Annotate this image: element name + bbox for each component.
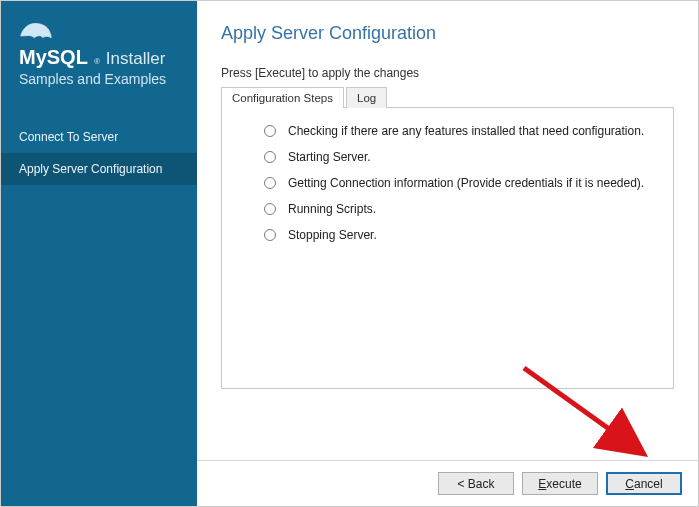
back-button[interactable]: < Back [438, 472, 514, 495]
footer-bar: < Back Execute Cancel [197, 460, 698, 506]
cancel-label-rest: ancel [634, 477, 663, 491]
step-text: Checking if there are any features insta… [288, 124, 644, 138]
step-text: Running Scripts. [288, 202, 376, 216]
step-row: Starting Server. [240, 150, 655, 164]
step-status-icon [264, 151, 276, 163]
step-row: Running Scripts. [240, 202, 655, 216]
step-status-icon [264, 125, 276, 137]
step-row: Stopping Server. [240, 228, 655, 242]
step-text: Stopping Server. [288, 228, 377, 242]
brand-product: Installer [106, 49, 166, 69]
execute-label-rest: xecute [546, 477, 581, 491]
step-status-icon [264, 177, 276, 189]
brand-subtitle: Samples and Examples [19, 71, 179, 87]
brand-block: MySQL® Installer Samples and Examples [1, 19, 197, 109]
cancel-button[interactable]: Cancel [606, 472, 682, 495]
tab-label: Configuration Steps [232, 92, 333, 104]
main-panel: Apply Server Configuration Press [Execut… [197, 1, 698, 506]
execute-button[interactable]: Execute [522, 472, 598, 495]
installer-window: MySQL® Installer Samples and Examples Co… [0, 0, 699, 507]
step-status-icon [264, 229, 276, 241]
sidebar-item-connect-to-server[interactable]: Connect To Server [1, 121, 197, 153]
instruction-text: Press [Execute] to apply the changes [221, 66, 674, 80]
sidebar-item-label: Apply Server Configuration [19, 162, 162, 176]
tab-log[interactable]: Log [346, 87, 387, 108]
step-text: Getting Connection information (Provide … [288, 176, 644, 190]
sidebar: MySQL® Installer Samples and Examples Co… [1, 1, 197, 506]
sidebar-item-label: Connect To Server [19, 130, 118, 144]
brand-name: MySQL [19, 46, 88, 69]
tab-label: Log [357, 92, 376, 104]
page-title: Apply Server Configuration [221, 23, 674, 44]
tab-configuration-steps[interactable]: Configuration Steps [221, 87, 344, 108]
step-text: Starting Server. [288, 150, 371, 164]
tab-bar: Configuration Steps Log [221, 87, 674, 108]
step-row: Checking if there are any features insta… [240, 124, 655, 138]
steps-panel: Checking if there are any features insta… [221, 107, 674, 389]
mysql-dolphin-icon [19, 19, 53, 41]
sidebar-item-apply-server-configuration[interactable]: Apply Server Configuration [1, 153, 197, 185]
step-status-icon [264, 203, 276, 215]
sidebar-nav: Connect To Server Apply Server Configura… [1, 121, 197, 185]
step-row: Getting Connection information (Provide … [240, 176, 655, 190]
trademark-icon: ® [94, 57, 100, 66]
